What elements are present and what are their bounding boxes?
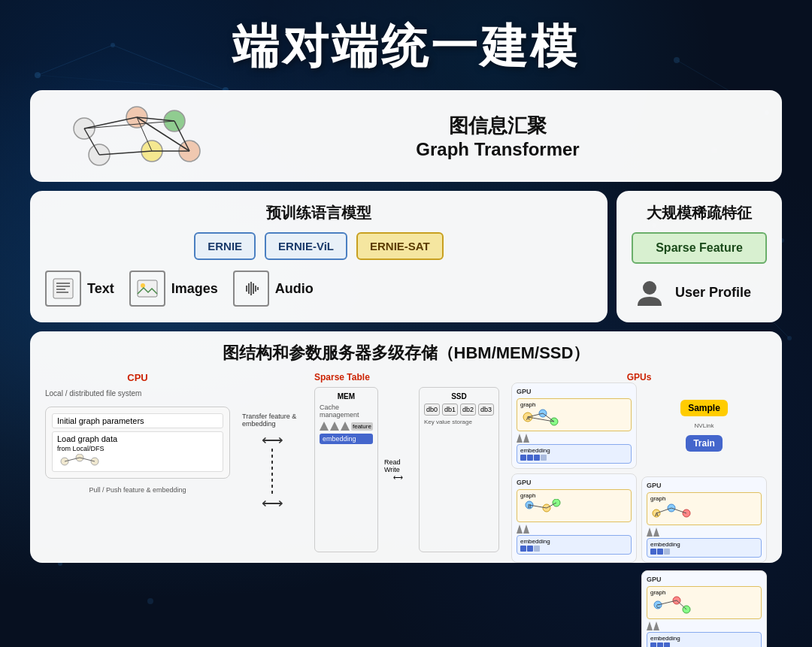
gpu-graph-bl: graph A <box>647 492 762 525</box>
ernie-box: ERNIE <box>194 232 256 260</box>
gpu-unit-tl: GPU graph A <box>511 382 637 469</box>
images-label: Images <box>171 281 218 297</box>
svg-line-94 <box>677 600 686 609</box>
gpu-embed-bl: embedding <box>647 538 762 558</box>
svg-marker-61 <box>320 422 329 431</box>
ernie-vil-box: ERNIE-ViL <box>265 232 347 260</box>
svg-rect-40 <box>53 279 73 298</box>
transfer-label: Transfer feature & embedding <box>242 413 302 428</box>
embedding-mem-label: embedding <box>320 434 373 444</box>
page-title: 端对端统一建模 <box>30 15 782 78</box>
gpu-embed-br: embedding <box>647 632 762 647</box>
transfer-arrow: Transfer feature & embedding ⟷ ⟷ <box>242 372 302 552</box>
db2: db2 <box>460 404 476 416</box>
read-write-arrow: Read Write ⟷ <box>384 387 413 552</box>
images-icon-box <box>129 271 165 307</box>
modality-text: Text <box>45 271 114 307</box>
sparse-feature-box: Sparse Feature <box>632 232 767 264</box>
graph-transformer-card: 图信息汇聚 Graph Transformer <box>30 90 782 182</box>
gpus-label: GPUs <box>511 372 767 382</box>
pretrain-title: 预训练语言模型 <box>45 203 592 223</box>
feature-pill: feature <box>351 422 373 431</box>
sample-btn: Sample <box>680 400 728 416</box>
svg-marker-88 <box>653 528 659 537</box>
svg-marker-96 <box>653 621 659 630</box>
graph-en-title: Graph Transformer <box>238 139 758 160</box>
gpu-embed-tl: embedding <box>517 444 632 464</box>
svg-marker-71 <box>517 434 523 443</box>
audio-icon-box <box>233 271 269 307</box>
modality-icons: Text Images <box>45 271 592 307</box>
key-value-label: Key value storage <box>424 419 494 425</box>
train-btn: Train <box>686 435 723 452</box>
svg-rect-45 <box>138 280 157 297</box>
gpu-spacer <box>511 567 637 647</box>
gpu-graph-br: graph C <box>647 586 762 619</box>
svg-marker-79 <box>517 525 523 534</box>
mem-ssd-row: MEM Cache management feature embedding R… <box>314 387 499 552</box>
text-label: Text <box>87 281 114 297</box>
gpu-grid-left: GPU graph A <box>511 382 767 563</box>
gpu-embed-tr: embedding <box>517 535 632 555</box>
cpu-section: CPU Local / distributed file system Init… <box>45 372 230 552</box>
mem-box: MEM Cache management feature embedding <box>314 387 378 552</box>
db-boxes: db0 db1 db2 db3 <box>424 404 494 416</box>
ssd-box: SSD db0 db1 db2 db3 Key value storage <box>419 387 499 552</box>
pretrain-card: 预训练语言模型 ERNIE ERNIE-ViL ERNIE-SAT <box>30 191 607 322</box>
graph-visual <box>54 102 220 170</box>
svg-marker-87 <box>647 528 653 537</box>
audio-label: Audio <box>275 281 314 297</box>
sparse-title: 大规模稀疏特征 <box>632 203 767 223</box>
bottom-card: 图结构和参数服务器多级存储（HBM/MEM/SSD） CPU Local / d… <box>30 331 782 563</box>
cpu-box: Initial graph parameters Load graph data… <box>45 407 230 479</box>
user-profile-label: User Profile <box>675 285 751 301</box>
sparse-card: 大规模稀疏特征 Sparse Feature User Profile <box>617 191 782 322</box>
load-graph: Load graph datafrom Local/DFS <box>52 431 223 472</box>
pull-push-label: Pull / Push feature & embedding <box>45 486 230 494</box>
svg-text:B: B <box>528 503 532 509</box>
svg-marker-62 <box>330 422 339 431</box>
middle-row: 预训练语言模型 ERNIE ERNIE-ViL ERNIE-SAT <box>30 191 782 322</box>
text-icon-box <box>45 271 81 307</box>
db1: db1 <box>442 404 458 416</box>
svg-point-46 <box>141 283 145 288</box>
db0: db0 <box>424 404 440 416</box>
user-profile-icon <box>632 274 668 310</box>
user-profile-item: User Profile <box>632 274 767 310</box>
sample-train-section: Sample NVLink Train <box>641 382 767 469</box>
sparse-table-label: Sparse Table <box>314 372 499 382</box>
gpu-unit-tr: GPU graph B <box>511 473 637 563</box>
bottom-content: CPU Local / distributed file system Init… <box>45 372 767 552</box>
bottom-title: 图结构和参数服务器多级存储（HBM/MEM/SSD） <box>45 342 767 364</box>
svg-marker-72 <box>523 434 529 443</box>
model-boxes: ERNIE ERNIE-ViL ERNIE-SAT <box>45 232 592 260</box>
gpu-graph-tl: graph A <box>517 398 632 431</box>
graph-info: 图信息汇聚 Graph Transformer <box>238 113 758 160</box>
sparse-section: Sparse Table MEM Cache management featur… <box>314 372 499 552</box>
mem-label: MEM <box>320 392 373 401</box>
cache-label: Cache management <box>320 404 373 419</box>
svg-marker-80 <box>523 525 529 534</box>
gpu-unit-br: GPU graph C <box>641 570 767 647</box>
graph-zh-title: 图信息汇聚 <box>238 113 758 139</box>
nvlink-mid: NVLink <box>695 422 714 429</box>
gpu-graph-tr: graph B <box>517 489 632 522</box>
initial-params: Initial graph parameters <box>52 413 223 428</box>
gpu-section: GPUs GPU graph A <box>511 372 767 552</box>
db3: db3 <box>478 404 494 416</box>
svg-marker-95 <box>647 621 653 630</box>
gpu-unit-bl: GPU graph A <box>641 476 767 563</box>
cpu-label: CPU <box>45 372 230 383</box>
local-dfs-label: Local / distributed file system <box>45 389 230 398</box>
modality-audio: Audio <box>233 271 314 307</box>
ssd-label: SSD <box>424 392 494 401</box>
modality-images: Images <box>129 271 218 307</box>
svg-marker-63 <box>341 422 350 431</box>
ernie-sat-box: ERNIE-SAT <box>356 232 444 260</box>
svg-point-54 <box>643 281 656 295</box>
